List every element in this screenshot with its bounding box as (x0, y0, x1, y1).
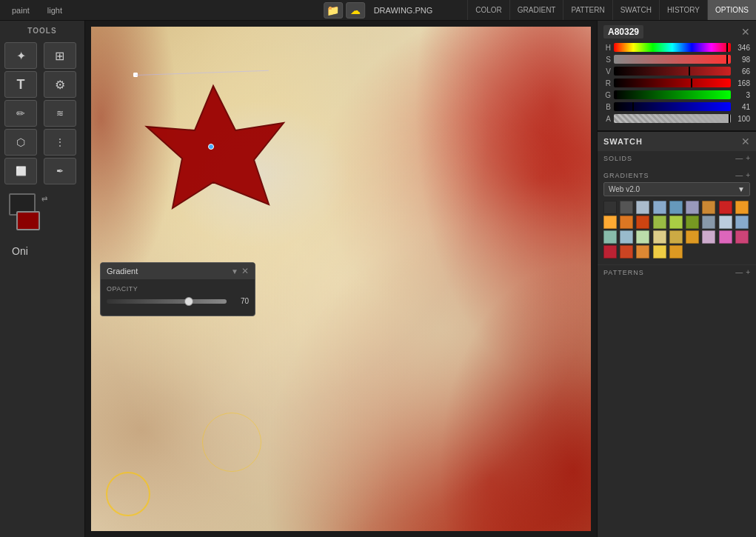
patterns-minus-icon[interactable]: — (735, 268, 743, 276)
a-label: A (603, 115, 611, 123)
tab-color[interactable]: COLOR (467, 0, 509, 20)
swatch-dropdown[interactable]: Web v2.0 ▼ (603, 182, 750, 196)
g-label: G (603, 91, 611, 99)
gradient-panel-header[interactable]: Gradient ▼ ✕ (101, 263, 255, 279)
swatch-cell[interactable] (653, 216, 666, 229)
cloud-icon-btn[interactable]: ☁ (346, 2, 365, 19)
swatch-cell[interactable] (603, 216, 617, 229)
color-hex-display: A80329 (603, 25, 643, 39)
swatch-cell[interactable] (719, 216, 732, 229)
tab-pattern[interactable]: PATTERN (563, 0, 612, 20)
s-slider-row: S 98 (603, 55, 750, 64)
swatch-cell[interactable] (620, 230, 633, 244)
file-name: DRAWING.PNG (374, 6, 433, 15)
swatch-cell[interactable] (702, 216, 715, 229)
opacity-slider-thumb[interactable] (184, 297, 193, 306)
solids-add-icon[interactable]: + (746, 154, 750, 162)
g-value: 3 (734, 91, 750, 99)
s-label: S (603, 56, 611, 64)
swatch-cell[interactable] (620, 216, 633, 229)
s-slider[interactable] (614, 55, 731, 64)
swatch-cell[interactable] (669, 216, 683, 229)
swatch-cell[interactable] (620, 201, 633, 214)
folder-icon-btn[interactable]: 📁 (324, 2, 343, 19)
background-color[interactable] (16, 211, 40, 230)
swatch-cell[interactable] (653, 245, 666, 259)
tool-smudge[interactable]: ≋ (44, 100, 76, 127)
swatch-cell[interactable] (686, 201, 699, 214)
tool-star[interactable]: ✦ (4, 42, 37, 69)
menu-paint[interactable]: paint (7, 4, 34, 16)
swatch-cell[interactable] (653, 201, 666, 214)
canvas-area[interactable]: Gradient ▼ ✕ OPACITY (85, 21, 597, 537)
tool-transform[interactable]: ⊞ (44, 42, 76, 69)
swatch-cell[interactable] (686, 230, 699, 244)
tool-eraser[interactable]: ⬜ (4, 158, 37, 184)
circle-mark-1 (106, 472, 150, 516)
v-slider[interactable] (614, 67, 731, 76)
swatch-cell[interactable] (653, 230, 666, 244)
a-value: 100 (734, 115, 750, 123)
tab-swatch[interactable]: SWATCH (612, 0, 659, 20)
gradient-panel-close[interactable]: ✕ (241, 266, 249, 276)
swatch-cell[interactable] (636, 201, 649, 214)
swap-colors-icon[interactable]: ⇄ (41, 195, 47, 203)
tab-history[interactable]: HISTORY (659, 0, 707, 20)
tab-gradient[interactable]: GRADIENT (509, 0, 563, 20)
selection-handle-dot[interactable] (208, 144, 214, 150)
top-bar-center: 📁 ☁ DRAWING.PNG (324, 2, 433, 19)
tool-bucket[interactable]: ⬡ (4, 129, 37, 156)
tool-spray[interactable]: ⋮ (44, 129, 76, 156)
swatch-cell[interactable] (636, 216, 649, 229)
swatch-cell[interactable] (603, 230, 617, 244)
swatch-cell[interactable] (702, 230, 715, 244)
patterns-add-icon[interactable]: + (746, 268, 750, 276)
swatch-cell[interactable] (603, 201, 617, 214)
solids-icons: — + (735, 154, 750, 162)
tool-picker[interactable]: ✒ (44, 158, 76, 184)
canvas-painting: Gradient ▼ ✕ OPACITY (91, 27, 591, 531)
main-layout: TOOLS ✦ ⊞ T ⚙ ✏ ≋ ⬡ ⋮ ⬜ ✒ ⇄ Oni (0, 21, 756, 537)
tool-brush[interactable]: ✏ (4, 100, 37, 127)
swatch-cell[interactable] (603, 245, 617, 259)
tab-options[interactable]: OPTIONS (707, 0, 756, 20)
swatch-cell[interactable] (636, 245, 649, 259)
swatch-cell[interactable] (735, 216, 749, 229)
swatch-title: SWATCH (603, 137, 643, 146)
swatch-cell[interactable] (719, 230, 732, 244)
gradients-minus-icon[interactable]: — (735, 171, 743, 179)
swatch-cell[interactable] (669, 245, 683, 259)
b-slider[interactable] (614, 102, 731, 111)
color-panel-close[interactable]: ✕ (741, 26, 750, 38)
v-value: 66 (734, 67, 750, 76)
swatch-cell[interactable] (735, 230, 749, 244)
swatch-cell[interactable] (636, 230, 649, 244)
color-panel-header: A80329 ✕ (603, 25, 750, 39)
swatch-cell[interactable] (735, 201, 749, 214)
menu-light[interactable]: light (43, 4, 67, 16)
swatch-panel-close[interactable]: ✕ (741, 136, 750, 147)
opacity-slider-row: 70 (107, 297, 249, 305)
g-slider[interactable] (614, 90, 731, 99)
swatch-cell[interactable] (669, 230, 683, 244)
b-slider-row: B 41 (603, 102, 750, 111)
gradients-add-icon[interactable]: + (746, 171, 750, 179)
color-panel: A80329 ✕ H 346 S 98 V (598, 21, 756, 132)
v-slider-thumb (689, 67, 690, 76)
opacity-row: OPACITY (107, 285, 249, 293)
h-slider[interactable] (614, 43, 731, 52)
opacity-slider-track[interactable] (107, 299, 227, 304)
swatch-cell[interactable] (719, 201, 732, 214)
solids-minus-icon[interactable]: — (735, 154, 743, 162)
tool-settings[interactable]: ⚙ (44, 71, 76, 98)
gradients-section: GRADIENTS — + Web v2.0 ▼ (598, 168, 756, 264)
swatch-cell[interactable] (669, 201, 683, 214)
a-slider[interactable] (614, 114, 731, 123)
swatch-cell[interactable] (702, 201, 715, 214)
r-label: R (603, 79, 611, 87)
swatch-cell[interactable] (620, 245, 633, 259)
tool-text[interactable]: T (4, 71, 37, 98)
swatch-cell[interactable] (686, 216, 699, 229)
solids-section: SOLIDS — + (598, 151, 756, 168)
r-slider[interactable] (614, 79, 731, 87)
